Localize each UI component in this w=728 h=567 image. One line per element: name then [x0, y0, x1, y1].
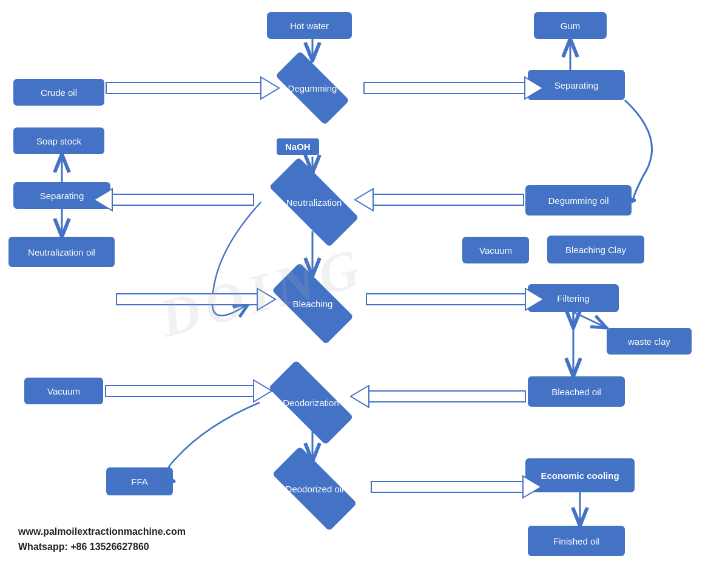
separating-right-box: Separating	[528, 70, 625, 100]
vacuum-bleach-box: Vacuum	[462, 237, 529, 263]
gum-box: Gum	[534, 12, 607, 39]
naoh-box: NaOH	[277, 138, 319, 155]
crude-oil-box: Crude oil	[13, 79, 104, 106]
filtering-box: Filtering	[528, 284, 619, 312]
degumming-oil-box: Degumming oil	[525, 185, 632, 216]
svg-rect-8	[373, 194, 524, 205]
svg-rect-26	[371, 481, 523, 492]
svg-rect-21	[369, 391, 525, 402]
waste-clay-box: waste clay	[607, 328, 692, 355]
neutralization-diamond: Neutralization	[255, 173, 373, 231]
watermark: DOING	[153, 235, 372, 350]
svg-line-29	[573, 312, 607, 328]
deodorization-diamond: Deodorization	[255, 375, 367, 430]
hot-water-box: Hot water	[267, 12, 352, 39]
vacuum-deodor-box: Vacuum	[24, 378, 103, 404]
neutralization-oil-box: Neutralization oil	[8, 237, 115, 267]
ffa-box: FFA	[106, 467, 173, 495]
bleached-oil-box: Bleached oil	[528, 376, 625, 407]
separating-left-box: Separating	[13, 182, 110, 209]
footer: www.palmoilextractionmachine.com Whatsap…	[18, 524, 186, 555]
svg-rect-10	[112, 194, 254, 205]
svg-rect-2	[106, 83, 261, 93]
svg-rect-15	[366, 294, 525, 305]
deodorized-oil-diamond: Deodorized oil	[258, 461, 371, 516]
bleaching-clay-box: Bleaching Clay	[547, 236, 644, 263]
soap-stock-box: Soap stock	[13, 127, 104, 154]
footer-whatsapp: Whatsapp: +86 13526627860	[18, 539, 186, 555]
degumming-diamond: Degumming	[261, 61, 364, 115]
svg-rect-4	[364, 83, 525, 93]
svg-rect-23	[106, 385, 254, 396]
footer-website: www.palmoilextractionmachine.com	[18, 524, 186, 540]
economic-cooling-box: Economic cooling	[525, 458, 635, 492]
finished-oil-box: Finished oil	[528, 526, 625, 556]
